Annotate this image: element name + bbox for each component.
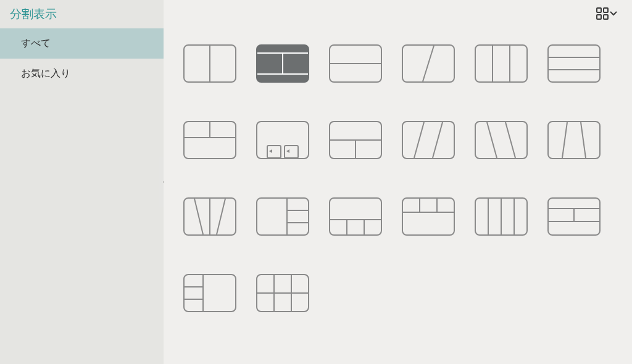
svg-line-21 [487, 122, 497, 158]
sidebar-item-label: すべて [21, 38, 51, 48]
layout-columns-4[interactable] [475, 197, 528, 236]
svg-line-20 [433, 122, 443, 158]
layout-right-stack-3[interactable] [256, 197, 309, 236]
layout-t-3[interactable] [329, 121, 382, 159]
sidebar-item-label: お気に入り [21, 68, 70, 78]
svg-rect-13 [267, 146, 281, 158]
layout-split-vertical-2-letterbox[interactable] [256, 44, 309, 83]
layout-split-diagonal-2[interactable] [402, 44, 455, 83]
svg-rect-14 [285, 146, 298, 158]
layout-rows-3[interactable] [547, 44, 601, 83]
sidebar: 分割表示 すべて お気に入り [0, 0, 164, 364]
svg-line-24 [581, 122, 586, 158]
layout-columns-3[interactable] [475, 44, 528, 83]
layout-w-columns-3[interactable] [183, 197, 236, 236]
svg-line-25 [194, 199, 203, 234]
layout-top-right-bottom-3[interactable] [183, 121, 236, 159]
sidebar-title: 分割表示 [0, 0, 164, 28]
svg-marker-16 [286, 149, 289, 153]
sidebar-item-favorites[interactable]: お気に入り [0, 59, 164, 89]
svg-line-19 [414, 122, 424, 158]
sidebar-item-all[interactable]: すべて [0, 28, 164, 59]
layout-grid-2x3-6[interactable] [256, 274, 309, 312]
layout-center-diagonal-3[interactable] [547, 121, 601, 159]
layout-double-diagonal-3b[interactable] [475, 121, 528, 159]
layout-grid [183, 44, 601, 312]
layout-top-row-4[interactable] [402, 197, 455, 236]
svg-line-6 [423, 46, 434, 81]
layout-bottom-row-4[interactable] [329, 197, 382, 236]
main-panel [164, 0, 632, 364]
svg-line-27 [217, 199, 225, 234]
layout-left-stack-3[interactable] [183, 274, 236, 312]
layout-split-vertical-2[interactable] [183, 44, 236, 83]
chevron-down-icon [610, 11, 617, 16]
layout-split-horizontal-2[interactable] [329, 44, 382, 83]
layout-double-diagonal-3a[interactable] [402, 121, 455, 159]
layout-header-rows-4[interactable] [547, 197, 601, 236]
svg-marker-15 [269, 149, 272, 153]
svg-line-23 [562, 122, 567, 158]
grid-view-icon [596, 7, 609, 20]
svg-line-22 [505, 122, 515, 158]
view-mode-toggle[interactable] [596, 7, 617, 20]
layout-pip-bottom-2[interactable] [256, 121, 309, 159]
